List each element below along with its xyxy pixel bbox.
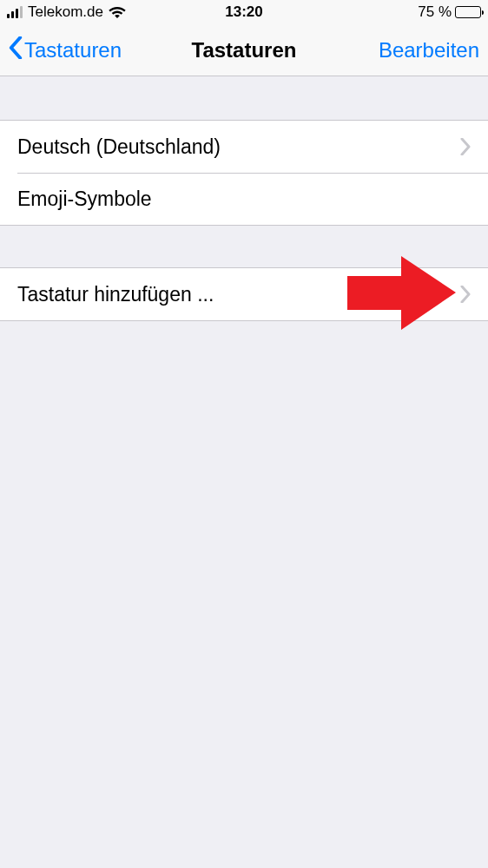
cellular-signal-icon [7, 6, 23, 18]
list-item-label: Emoji-Symbole [17, 187, 152, 211]
keyboards-list: Deutsch (Deutschland) Emoji-Symbole [0, 120, 488, 226]
section-gap [0, 226, 488, 267]
nav-bar: Tastaturen Tastaturen Bearbeiten [0, 24, 488, 76]
battery-icon [455, 6, 481, 18]
chevron-right-icon [460, 286, 471, 303]
edit-button[interactable]: Bearbeiten [379, 38, 479, 62]
keyboard-item-emoji[interactable]: Emoji-Symbole [0, 173, 488, 225]
chevron-right-icon [460, 138, 471, 155]
status-bar: Telekom.de 13:20 75 % [0, 0, 488, 24]
back-label: Tastaturen [24, 38, 122, 62]
status-left: Telekom.de [7, 3, 126, 21]
chevron-left-icon [9, 36, 23, 64]
wifi-icon [109, 5, 126, 19]
status-right: 75 % [418, 3, 481, 21]
add-keyboard-button[interactable]: Tastatur hinzufügen ... [0, 268, 488, 320]
carrier-label: Telekom.de [28, 3, 103, 21]
keyboard-item-deutsch[interactable]: Deutsch (Deutschland) [0, 121, 488, 173]
page-title: Tastaturen [192, 38, 297, 62]
section-spacer [0, 76, 488, 120]
add-keyboard-group: Tastatur hinzufügen ... [0, 267, 488, 321]
back-button[interactable]: Tastaturen [9, 36, 122, 64]
list-item-label: Tastatur hinzufügen ... [17, 283, 214, 306]
battery-percent-label: 75 % [418, 3, 452, 21]
status-time: 13:20 [225, 3, 262, 21]
list-item-label: Deutsch (Deutschland) [17, 135, 221, 159]
